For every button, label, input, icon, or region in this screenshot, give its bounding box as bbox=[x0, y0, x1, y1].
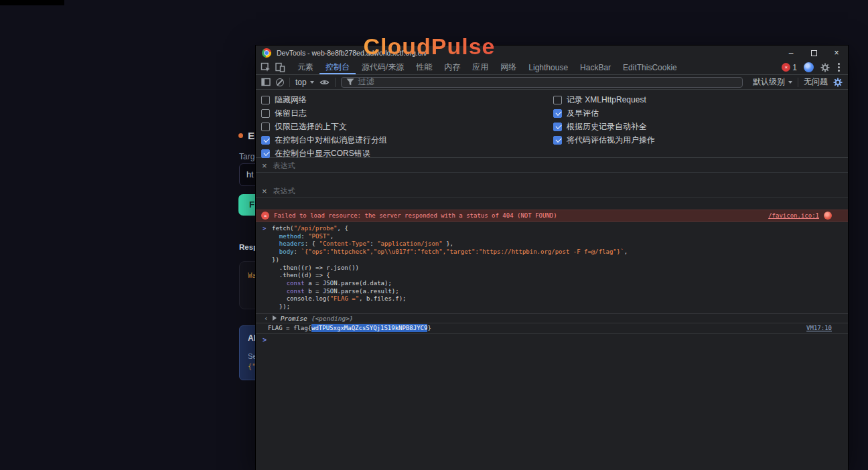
tab-内存[interactable]: 内存 bbox=[438, 60, 466, 74]
result-object[interactable]: Promise bbox=[281, 315, 307, 322]
tab-性能[interactable]: 性能 bbox=[410, 60, 438, 74]
code-line: .then((r) => r.json()) bbox=[272, 264, 848, 272]
setting-label: 在控制台中显示CORS错误 bbox=[275, 148, 370, 159]
console-setting[interactable]: 保留日志 bbox=[261, 106, 387, 120]
console-setting[interactable]: 根据历史记录自动补全 bbox=[553, 120, 655, 133]
console-setting[interactable]: 仅限已选择的上下文 bbox=[261, 120, 387, 133]
checkbox[interactable] bbox=[261, 123, 270, 131]
checkbox[interactable] bbox=[553, 123, 562, 131]
code-line: const a = JSON.parse(d.data); bbox=[272, 280, 848, 288]
close-icon[interactable]: × bbox=[262, 161, 267, 171]
issues-label[interactable]: 无问题 bbox=[804, 76, 828, 88]
tab-Lighthouse[interactable]: Lighthouse bbox=[522, 60, 574, 74]
filter-placeholder: 过滤 bbox=[358, 76, 374, 88]
device-toolbar-icon[interactable] bbox=[275, 62, 285, 72]
checkbox[interactable] bbox=[261, 96, 270, 104]
console-prompt-icon: > bbox=[263, 336, 267, 343]
setting-label: 在控制台中对相似消息进行分组 bbox=[275, 135, 387, 146]
settings-column-right: 记录 XMLHttpRequest及早评估根据历史记录自动补全将代码评估视为用户… bbox=[553, 93, 655, 147]
error-count: 1 bbox=[792, 63, 797, 72]
target-url-value: ht bbox=[246, 170, 253, 179]
console-settings-panel: 隐藏网络保留日志仅限已选择的上下文在控制台中对相似消息进行分组在控制台中显示CO… bbox=[256, 90, 848, 158]
console-setting[interactable]: 及早评估 bbox=[553, 106, 655, 120]
result-marker-icon: ‹ bbox=[264, 314, 269, 323]
clear-console-icon[interactable] bbox=[276, 78, 284, 86]
log-level-label: 默认级别 bbox=[753, 76, 785, 88]
devtools-tabbar: 元素控制台源代码/来源性能内存应用网络LighthouseHackBarEdit… bbox=[256, 60, 848, 75]
result-state: {<pending>} bbox=[311, 315, 354, 322]
error-source-link[interactable]: /favicon.ico:1 bbox=[768, 212, 819, 219]
code-line: }) bbox=[272, 256, 848, 264]
console-setting[interactable]: 在控制台中对相似消息进行分组 bbox=[261, 133, 387, 147]
filter-input[interactable]: 过滤 bbox=[341, 77, 743, 88]
console-setting[interactable]: 隐藏网络 bbox=[261, 93, 387, 106]
devtools-window: DevTools - web-8e8fb278ed.adworld.xctf.o… bbox=[256, 46, 848, 470]
tab-HackBar[interactable]: HackBar bbox=[574, 60, 617, 74]
console-toolbar: top 过滤 默认级别 无问题 bbox=[256, 75, 848, 90]
settings-column-left: 隐藏网络保留日志仅限已选择的上下文在控制台中对相似消息进行分组在控制台中显示CO… bbox=[261, 93, 387, 160]
code-line: }); bbox=[272, 303, 848, 311]
console-settings-gear-icon[interactable] bbox=[833, 78, 843, 87]
extension-icon[interactable] bbox=[804, 62, 814, 72]
expand-triangle-icon[interactable] bbox=[273, 315, 277, 321]
log-source-link[interactable]: VM17:10 bbox=[806, 325, 832, 331]
maximize-icon bbox=[811, 50, 817, 56]
tab-元素[interactable]: 元素 bbox=[291, 60, 319, 74]
chevron-down-icon bbox=[788, 81, 792, 84]
context-selector[interactable]: top bbox=[295, 78, 314, 87]
blocked-resource-icon bbox=[824, 212, 832, 220]
live-expressions: ×表达式×表达式 bbox=[256, 158, 848, 198]
log-text-suffix: } bbox=[427, 325, 431, 331]
error-count-badge[interactable]: × 1 bbox=[782, 63, 797, 72]
settings-gear-icon[interactable] bbox=[820, 63, 830, 72]
close-icon[interactable]: × bbox=[262, 186, 267, 196]
console-log-row: FLAG = flag{wdTPUSxgxMaQZcsSYQj1S19kNPB8… bbox=[256, 323, 848, 334]
setting-label: 及早评估 bbox=[567, 108, 599, 119]
tab-网络[interactable]: 网络 bbox=[494, 60, 522, 74]
toolbar-separator bbox=[798, 78, 798, 87]
console-sidebar-icon[interactable] bbox=[261, 78, 271, 86]
code-line: headers: { "Content-Type": "application/… bbox=[272, 240, 848, 248]
live-expression-row[interactable]: ×表达式 bbox=[256, 159, 848, 173]
live-expression-eye-icon[interactable] bbox=[319, 78, 330, 87]
tab-EditThisCookie[interactable]: EditThisCookie bbox=[617, 60, 683, 74]
checkbox[interactable] bbox=[261, 149, 270, 158]
console-prompt-row[interactable]: > bbox=[256, 334, 848, 345]
context-label: top bbox=[295, 78, 307, 87]
console-setting[interactable]: 记录 XMLHttpRequest bbox=[553, 93, 655, 106]
setting-label: 根据历史记录自动补全 bbox=[567, 121, 647, 133]
setting-label: 仅限已选择的上下文 bbox=[275, 121, 347, 133]
checkbox[interactable] bbox=[261, 136, 270, 145]
log-level-selector[interactable]: 默认级别 bbox=[753, 76, 792, 88]
maximize-button[interactable] bbox=[802, 46, 825, 60]
minimize-button[interactable]: – bbox=[780, 46, 802, 60]
toolbar-separator bbox=[335, 78, 336, 87]
toolbar-right-cluster: 默认级别 无问题 bbox=[753, 76, 843, 88]
close-button[interactable]: × bbox=[825, 46, 848, 60]
tab-应用[interactable]: 应用 bbox=[466, 60, 494, 74]
expression-placeholder: 表达式 bbox=[273, 186, 295, 196]
live-expression-row[interactable]: ×表达式 bbox=[256, 185, 848, 198]
more-options-icon[interactable] bbox=[837, 62, 841, 73]
tab-源代码/来源[interactable]: 源代码/来源 bbox=[356, 60, 410, 74]
console-setting[interactable]: 将代码评估视为用户操作 bbox=[553, 133, 655, 147]
devtools-tabs: 元素控制台源代码/来源性能内存应用网络LighthouseHackBarEdit… bbox=[291, 60, 683, 74]
checkbox[interactable] bbox=[261, 109, 270, 118]
setting-label: 保留日志 bbox=[275, 108, 307, 119]
console-setting[interactable]: 在控制台中显示CORS错误 bbox=[261, 147, 387, 160]
console-error-message: × Failed to load resource: the server re… bbox=[256, 210, 848, 222]
checkbox[interactable] bbox=[553, 96, 562, 104]
error-text: Failed to load resource: the server resp… bbox=[274, 212, 764, 219]
tab-控制台[interactable]: 控制台 bbox=[319, 60, 356, 74]
chrome-icon bbox=[262, 48, 271, 58]
checkbox[interactable] bbox=[553, 109, 562, 118]
checkbox[interactable] bbox=[553, 136, 562, 145]
log-text-prefix: FLAG = flag{ bbox=[268, 325, 311, 331]
inspect-element-icon[interactable] bbox=[261, 62, 271, 72]
site-title: CloudPulse bbox=[363, 33, 495, 60]
filter-funnel-icon bbox=[346, 78, 354, 86]
window-controls: – × bbox=[780, 46, 848, 60]
console-input-code[interactable]: > fetch("/api/probe", { method: "POST", … bbox=[256, 222, 848, 313]
bullet-icon bbox=[238, 133, 243, 138]
chevron-down-icon bbox=[310, 81, 314, 84]
